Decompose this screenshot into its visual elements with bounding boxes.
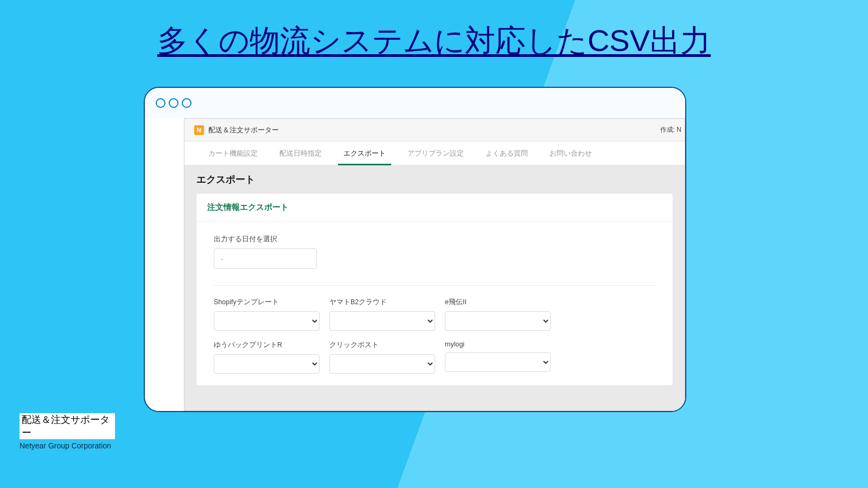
card-body: 出力する日付を選択 - Shopifyテンプレート ヤマトB2クラウド e飛伝I… xyxy=(196,222,673,386)
tab-export[interactable]: エクスポート xyxy=(341,142,388,165)
label-yupack: ゆうパックプリントR xyxy=(214,341,320,350)
app-frame: N 配送＆注文サポーター 作成: N カート機能設定 配送日時指定 エクスポート… xyxy=(184,118,685,411)
app-logo-icon: N xyxy=(194,125,204,135)
browser-window: N 配送＆注文サポーター 作成: N カート機能設定 配送日時指定 エクスポート… xyxy=(144,87,686,412)
select-ehiden[interactable] xyxy=(445,311,551,331)
footer-product-name: 配送＆注文サポーター xyxy=(20,413,115,439)
window-dot-icon xyxy=(156,98,165,108)
select-yupack[interactable] xyxy=(214,354,320,374)
tab-cart-settings[interactable]: カート機能設定 xyxy=(206,142,260,165)
tab-faq[interactable]: よくある質問 xyxy=(483,142,530,165)
select-yamato[interactable] xyxy=(329,311,435,331)
export-card: 注文情報エクスポート 出力する日付を選択 - Shopifyテンプレート ヤマト… xyxy=(196,194,673,386)
select-clickpost[interactable] xyxy=(329,354,435,374)
label-clickpost: クリックポスト xyxy=(329,341,435,350)
date-label: 出力する日付を選択 xyxy=(214,235,655,244)
tab-contact[interactable]: お問い合わせ xyxy=(547,142,594,165)
window-titlebar xyxy=(145,88,685,118)
page-heading: エクスポート xyxy=(184,165,685,194)
label-shopify: Shopifyテンプレート xyxy=(214,298,320,307)
select-mylogi[interactable] xyxy=(445,352,551,372)
footer-company-name: Netyear Group Corporation xyxy=(20,441,123,450)
template-grid: Shopifyテンプレート ヤマトB2クラウド e飛伝II ゆうパックプリントR xyxy=(214,298,655,374)
card-title: 注文情報エクスポート xyxy=(196,194,673,222)
label-ehiden: e飛伝II xyxy=(445,298,551,307)
footer-brand: 配送＆注文サポーター Netyear Group Corporation xyxy=(20,413,123,450)
label-yamato: ヤマトB2クラウド xyxy=(329,298,435,307)
app-header: N 配送＆注文サポーター 作成: N xyxy=(184,119,685,142)
tab-plan-settings[interactable]: アプリプラン設定 xyxy=(405,142,466,165)
divider xyxy=(214,285,655,286)
creator-label: 作成: N xyxy=(660,125,681,134)
app-name: 配送＆注文サポーター xyxy=(208,125,279,135)
tab-bar: カート機能設定 配送日時指定 エクスポート アプリプラン設定 よくある質問 お問… xyxy=(184,142,685,165)
select-shopify[interactable] xyxy=(214,311,320,331)
date-input[interactable]: - xyxy=(214,248,317,269)
tab-delivery-date[interactable]: 配送日時指定 xyxy=(277,142,324,165)
label-mylogi: mylogi xyxy=(445,341,551,348)
window-dot-icon xyxy=(182,98,192,108)
window-dot-icon xyxy=(169,98,178,108)
page-title: 多くの物流システムに対応したCSV出力 xyxy=(0,21,868,62)
